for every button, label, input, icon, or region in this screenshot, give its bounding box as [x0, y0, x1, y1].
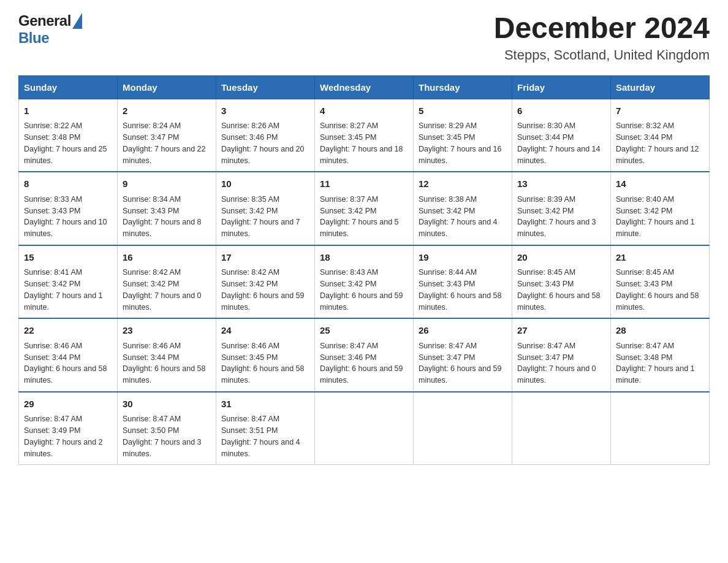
day-number: 24: [221, 324, 309, 338]
col-wednesday: Wednesday: [315, 75, 414, 99]
day-number: 5: [419, 104, 507, 118]
table-row: 3Sunrise: 8:26 AMSunset: 3:46 PMDaylight…: [216, 99, 315, 172]
table-row: 6Sunrise: 8:30 AMSunset: 3:44 PMDaylight…: [512, 99, 611, 172]
logo-general-text: General: [18, 12, 71, 29]
table-row: 26Sunrise: 8:47 AMSunset: 3:47 PMDayligh…: [414, 318, 512, 392]
day-number: 28: [616, 324, 704, 338]
table-row: 31Sunrise: 8:47 AMSunset: 3:51 PMDayligh…: [216, 392, 315, 465]
day-number: 14: [616, 177, 704, 191]
table-row: 5Sunrise: 8:29 AMSunset: 3:45 PMDaylight…: [414, 99, 512, 172]
table-row: 7Sunrise: 8:32 AMSunset: 3:44 PMDaylight…: [611, 99, 710, 172]
day-number: 25: [320, 324, 408, 338]
table-row: 21Sunrise: 8:45 AMSunset: 3:43 PMDayligh…: [611, 245, 710, 319]
table-row: 2Sunrise: 8:24 AMSunset: 3:47 PMDaylight…: [118, 99, 216, 172]
day-number: 27: [517, 324, 605, 338]
day-number: 7: [616, 104, 704, 118]
day-number: 12: [419, 177, 507, 191]
table-row: [512, 392, 611, 465]
table-row: 23Sunrise: 8:46 AMSunset: 3:44 PMDayligh…: [118, 318, 216, 392]
day-number: 19: [419, 251, 507, 265]
day-number: 15: [24, 251, 112, 265]
table-row: 9Sunrise: 8:34 AMSunset: 3:43 PMDaylight…: [118, 172, 216, 245]
col-tuesday: Tuesday: [216, 75, 315, 99]
table-row: 13Sunrise: 8:39 AMSunset: 3:42 PMDayligh…: [512, 172, 611, 245]
day-number: 26: [419, 324, 507, 338]
day-number: 30: [123, 397, 211, 412]
calendar-header-row: Sunday Monday Tuesday Wednesday Thursday…: [19, 75, 710, 99]
day-number: 2: [123, 104, 211, 118]
table-row: 18Sunrise: 8:43 AMSunset: 3:42 PMDayligh…: [315, 245, 414, 319]
logo-triangle-icon: [72, 13, 82, 29]
page-title: December 2024: [494, 12, 710, 45]
table-row: 14Sunrise: 8:40 AMSunset: 3:42 PMDayligh…: [611, 172, 710, 245]
table-row: 24Sunrise: 8:46 AMSunset: 3:45 PMDayligh…: [216, 318, 315, 392]
col-friday: Friday: [512, 75, 611, 99]
table-row: 17Sunrise: 8:42 AMSunset: 3:42 PMDayligh…: [216, 245, 315, 319]
col-saturday: Saturday: [611, 75, 710, 99]
logo-blue-text: Blue: [18, 29, 49, 46]
col-thursday: Thursday: [414, 75, 512, 99]
col-sunday: Sunday: [19, 75, 118, 99]
table-row: 12Sunrise: 8:38 AMSunset: 3:42 PMDayligh…: [414, 172, 512, 245]
table-row: [611, 392, 710, 465]
title-block: December 2024 Stepps, Scotland, United K…: [494, 12, 710, 63]
day-number: 16: [123, 251, 211, 265]
table-row: 22Sunrise: 8:46 AMSunset: 3:44 PMDayligh…: [19, 318, 118, 392]
table-row: 10Sunrise: 8:35 AMSunset: 3:42 PMDayligh…: [216, 172, 315, 245]
table-row: 11Sunrise: 8:37 AMSunset: 3:42 PMDayligh…: [315, 172, 414, 245]
table-row: 16Sunrise: 8:42 AMSunset: 3:42 PMDayligh…: [118, 245, 216, 319]
table-row: 8Sunrise: 8:33 AMSunset: 3:43 PMDaylight…: [19, 172, 118, 245]
logo: General Blue: [18, 12, 82, 47]
table-row: 27Sunrise: 8:47 AMSunset: 3:47 PMDayligh…: [512, 318, 611, 392]
day-number: 21: [616, 251, 704, 265]
table-row: 29Sunrise: 8:47 AMSunset: 3:49 PMDayligh…: [19, 392, 118, 465]
day-number: 10: [221, 177, 309, 191]
table-row: [414, 392, 512, 465]
table-row: 4Sunrise: 8:27 AMSunset: 3:45 PMDaylight…: [315, 99, 414, 172]
day-number: 23: [123, 324, 211, 338]
day-number: 1: [24, 104, 112, 118]
table-row: [315, 392, 414, 465]
table-row: 20Sunrise: 8:45 AMSunset: 3:43 PMDayligh…: [512, 245, 611, 319]
day-number: 13: [517, 177, 605, 191]
day-number: 8: [24, 177, 112, 191]
table-row: 1Sunrise: 8:22 AMSunset: 3:48 PMDaylight…: [19, 99, 118, 172]
day-number: 17: [221, 251, 309, 265]
page-header: General Blue December 2024 Stepps, Scotl…: [18, 12, 710, 63]
table-row: 25Sunrise: 8:47 AMSunset: 3:46 PMDayligh…: [315, 318, 414, 392]
day-number: 29: [24, 397, 112, 412]
day-number: 31: [221, 397, 309, 412]
day-number: 18: [320, 251, 408, 265]
day-number: 4: [320, 104, 408, 118]
day-number: 20: [517, 251, 605, 265]
day-number: 3: [221, 104, 309, 118]
page-subtitle: Stepps, Scotland, United Kingdom: [494, 47, 710, 63]
calendar-table: Sunday Monday Tuesday Wednesday Thursday…: [18, 75, 710, 465]
table-row: 19Sunrise: 8:44 AMSunset: 3:43 PMDayligh…: [414, 245, 512, 319]
day-number: 22: [24, 324, 112, 338]
day-number: 9: [123, 177, 211, 191]
day-number: 11: [320, 177, 408, 191]
table-row: 28Sunrise: 8:47 AMSunset: 3:48 PMDayligh…: [611, 318, 710, 392]
day-number: 6: [517, 104, 605, 118]
table-row: 15Sunrise: 8:41 AMSunset: 3:42 PMDayligh…: [19, 245, 118, 319]
table-row: 30Sunrise: 8:47 AMSunset: 3:50 PMDayligh…: [118, 392, 216, 465]
col-monday: Monday: [118, 75, 216, 99]
